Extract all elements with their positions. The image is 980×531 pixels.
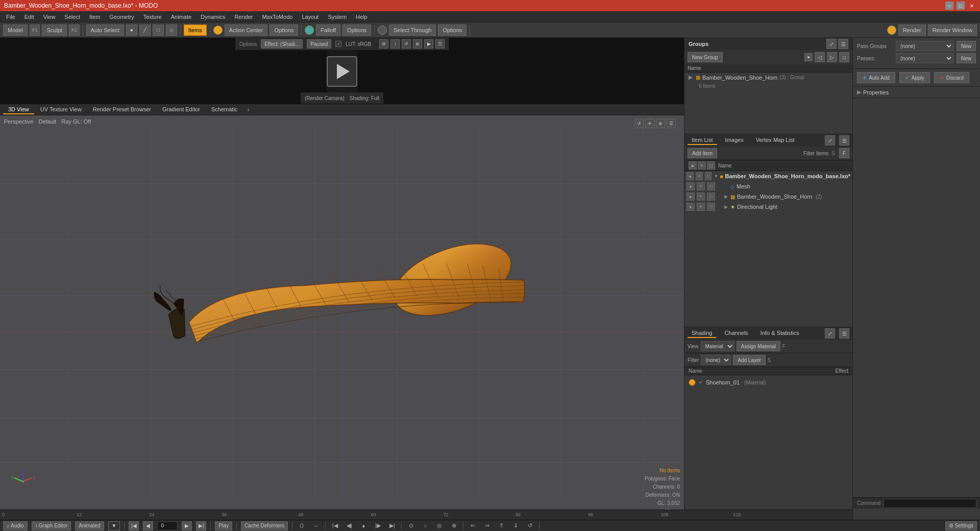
item-row-file[interactable]: ● + □ ▼ ■ Bamber_Wooden_Shoe_Horn_modo_b… [684,171,852,181]
new-group-button[interactable]: New Group [688,52,723,62]
tab-uv-texture[interactable]: UV Texture View [35,105,87,114]
menu-help[interactable]: Help [352,13,372,21]
item-row-mesh[interactable]: ● + □ ◇ Mesh [684,181,852,191]
edge-mode-icon[interactable]: ╱ [139,25,151,36]
bb-icon-14[interactable]: ⇑ [496,521,506,530]
file-expand-icon[interactable]: ▼ [714,174,719,179]
filter-icon[interactable]: F [839,148,849,158]
minimize-button[interactable]: ─ [945,2,953,10]
item-row-light[interactable]: ● + □ ▶ ☀ Directional Light [684,202,852,212]
menu-system[interactable]: System [324,13,351,21]
item-vis-mesh[interactable]: ● [687,182,695,190]
action-center-button[interactable]: Action Center [225,25,268,36]
bb-icon-13[interactable]: ⇒ [482,521,492,530]
menu-geometry[interactable]: Geometry [105,13,138,21]
tab-add[interactable]: + [243,106,253,114]
bb-icon-5[interactable]: ♦ [358,521,369,530]
command-input[interactable] [884,499,976,508]
current-frame[interactable]: 0 [157,521,178,530]
menu-render[interactable]: Render [230,13,257,21]
select-through-button[interactable]: Select Through [389,25,436,36]
animated-button[interactable]: Animated [75,521,104,530]
tab-render-preset[interactable]: Render Preset Browser [88,105,156,114]
item-list-settings-icon[interactable]: ☰ [839,135,849,146]
group-expand-icon2[interactable]: ▶ [724,194,729,199]
preview-gear-icon[interactable]: ☰ [435,39,445,49]
vp-ctrl-zoom[interactable]: ⊕ [656,119,665,128]
settings-button[interactable]: ⚙ Settings [945,521,977,530]
pass-groups-dropdown[interactable]: (none) [896,41,953,51]
item-ref-light[interactable]: □ [707,203,715,211]
tab-3d-view[interactable]: 3D View [3,105,34,114]
vp-ctrl-settings[interactable]: ☰ [667,119,676,128]
add-layer-button[interactable]: Add Layer [733,355,766,365]
tab-gradient-editor[interactable]: Gradient Editor [157,105,205,114]
menu-layout[interactable]: Layout [298,13,323,21]
item-row-group[interactable]: ● + □ ▶ ▦ Bamber_Wooden_Shoe_Horn (2) [684,191,852,202]
col-lock-icon[interactable]: + [698,161,706,170]
go-start-button[interactable]: |◀ [129,521,139,530]
tab-channels[interactable]: Channels [720,329,752,338]
menu-dynamics[interactable]: Dynamics [197,13,229,21]
groups-icon-3[interactable]: ▷ [827,52,837,62]
auto-select-button[interactable]: Auto Select [86,25,124,36]
bb-icon-9[interactable]: ○ [420,521,430,530]
shading-expand-icon[interactable]: ⤢ [825,328,835,339]
render-button[interactable]: Render [898,25,926,36]
preview-settings-icon[interactable]: ⚙ [379,39,388,49]
bb-icon-12[interactable]: ⇐ [468,521,478,530]
bb-icon-7[interactable]: ▶| [387,521,397,530]
vertex-mode-icon[interactable]: ● [126,25,137,36]
bb-icon-15[interactable]: ⇓ [510,521,521,530]
shading-item-shoehorn[interactable]: ✓ Shoehorn_01 (Material) [687,377,850,388]
tab-item-list[interactable]: Item List [688,136,717,145]
poly-mode-icon[interactable]: ◇ [166,25,177,36]
pass-groups-new-button[interactable]: New [957,41,976,51]
menu-maxtomodo[interactable]: MaxToModo [258,13,297,21]
item-vis-group[interactable]: ● [687,192,695,201]
options3-button[interactable]: Options [438,25,467,36]
item-ref-group[interactable]: □ [707,192,715,201]
add-item-button[interactable]: Add Item [688,148,717,158]
play-pause-button[interactable]: ▶ [182,521,192,530]
play-button-large[interactable] [327,56,357,87]
view-dropdown[interactable]: Material [701,341,734,351]
menu-file[interactable]: File [2,13,19,21]
audio-button[interactable]: ♪ Audio [3,521,28,530]
bb-icon-3[interactable]: |◀ [330,521,340,530]
maximize-button[interactable]: □ [957,2,965,10]
tab-shading[interactable]: Shading [688,329,716,338]
menu-edit[interactable]: Edit [20,13,38,21]
close-button[interactable]: ✕ [968,2,976,10]
tab-info-stats[interactable]: Info & Statistics [756,329,803,338]
bb-icon-2[interactable]: ↔ [311,521,321,530]
tab-vertex-map[interactable]: Vertex Map List [752,136,799,145]
item-lock-group[interactable]: + [697,192,705,201]
prev-frame-button[interactable]: ◀ [143,521,153,530]
sculpt-button[interactable]: Sculpt [42,25,67,36]
next-frame-button[interactable]: ▶| [196,521,206,530]
groups-settings-icon[interactable]: ☰ [838,39,848,49]
item-ref-mesh[interactable]: □ [707,182,715,190]
tab-schematic[interactable]: Schematic [206,105,242,114]
group-item-shoe-horn[interactable]: ▶ ▦ Bamber_Wooden_Shoe_Horn (3) : Group [684,73,852,82]
preview-more-icon[interactable]: ▶ [424,39,433,49]
discard-button[interactable]: Discard [934,72,969,83]
groups-expand-icon[interactable]: ⤢ [826,39,837,49]
options2-button[interactable]: Options [342,25,371,36]
viewport[interactable]: X Y Z Perspective Default Ray GL: Off ↺ … [0,115,684,520]
item-lock-mesh[interactable]: + [697,182,705,190]
bb-icon-4[interactable]: ◀| [344,521,354,530]
light-expand-icon[interactable]: ▶ [724,204,729,209]
groups-vis-icon[interactable]: ● [804,53,813,61]
options1-button[interactable]: Options [270,25,298,36]
face-mode-icon[interactable]: □ [153,25,164,36]
menu-texture[interactable]: Texture [139,13,166,21]
preview-zoom-icon[interactable]: ⊕ [413,39,422,49]
preview-expand-icon[interactable]: ↕ [390,39,400,49]
item-ref-file[interactable]: □ [705,172,712,180]
vp-ctrl-rotate[interactable]: ↺ [634,119,644,128]
filter-dropdown[interactable]: (none) [701,355,731,365]
properties-expand-icon[interactable]: ▶ [857,89,861,95]
col-ref-icon[interactable]: □ [707,161,715,170]
